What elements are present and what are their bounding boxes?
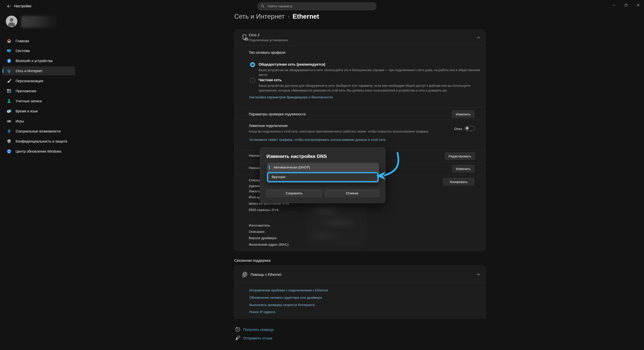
support-link-troubleshoot[interactable]: Исправление проблем с подключением к Eth… (249, 288, 328, 292)
cancel-button[interactable]: Отмена (325, 189, 380, 197)
ip-edit-button[interactable]: Редактировать (445, 152, 475, 160)
avatar[interactable] (6, 16, 17, 27)
radio-private-description: Ваше устройство доступно для обнаружения… (259, 83, 475, 93)
search-icon (261, 4, 265, 8)
sidebar-item-label: Персонализация (16, 79, 43, 83)
data-limit-link[interactable]: Установите лимит трафика, чтобы контроли… (249, 138, 386, 142)
minimize-button[interactable] (609, 1, 619, 9)
selected-indicator (3, 69, 3, 73)
get-help-link[interactable]: Получить помощь (243, 328, 274, 332)
search-box[interactable] (257, 2, 377, 10)
sidebar-item-home[interactable]: Главная (3, 36, 75, 46)
sidebar-item-personalization[interactable]: Персонализация (3, 76, 75, 85)
update-icon (7, 149, 12, 154)
system-icon (7, 48, 12, 53)
back-arrow-icon (7, 4, 11, 9)
breadcrumb: Сеть и Интернет › Ethernet (234, 13, 319, 20)
sidebar-item-windows-update[interactable]: Центр обновления Windows (3, 147, 75, 156)
sidebar-item-system[interactable]: Система (3, 46, 75, 55)
sidebar-item-accounts[interactable]: Учетные записи (3, 97, 75, 106)
dns-edit-button[interactable]: Изменить (452, 165, 474, 172)
support-card-title: Помощь с Ethernet (251, 273, 281, 277)
sidebar-item-network[interactable]: Сеть и Интернет (3, 66, 75, 75)
breadcrumb-parent[interactable]: Сеть и Интернет (234, 13, 285, 20)
ip-assignment-label: Назнач (249, 154, 260, 157)
sidebar-item-label: Система (16, 49, 30, 53)
radio-private-network[interactable] (250, 78, 255, 83)
collapse-chevron-icon[interactable] (476, 273, 480, 277)
sidebar-item-accessibility[interactable]: Специальные возможности (3, 127, 75, 136)
dropdown-option-manual[interactable]: Вручную (267, 172, 379, 182)
apps-icon (7, 89, 12, 94)
sidebar-item-time-language[interactable]: Время и язык (3, 107, 75, 116)
annotation-arrow (374, 149, 402, 182)
support-link-speed-test[interactable]: Выполнить проверку скорости Интернета (249, 303, 315, 307)
sidebar-item-label: Игры (16, 119, 24, 123)
divider (234, 120, 485, 120)
breadcrumb-separator-icon: › (285, 14, 293, 19)
wifi-icon (7, 68, 12, 73)
dropdown-option-automatic[interactable]: Автоматически (DHCP) (268, 164, 378, 171)
support-link-find-ip[interactable]: Поиск IP-адреса (249, 310, 275, 314)
toggle-state-label: Откл. (454, 127, 463, 131)
accessibility-icon (7, 129, 12, 134)
radio-public-network[interactable] (250, 62, 255, 67)
sidebar-item-gaming[interactable]: Игры (3, 117, 75, 126)
sidebar-item-privacy[interactable]: Конфиденциальность и защита (3, 137, 75, 146)
radio-public-label: Общедоступная сеть (рекомендуется) (259, 62, 325, 66)
network-name: Сеть 2 (249, 33, 260, 37)
mac-address-label: Физический адрес (MAC): (249, 243, 289, 246)
avatar-person-icon (10, 18, 13, 22)
close-button[interactable] (633, 1, 643, 9)
sidebar-item-label: Время и язык (16, 109, 38, 113)
page-title: Ethernet (293, 13, 319, 20)
brush-icon (7, 78, 12, 83)
sidebar-item-label: Сеть и Интернет (16, 69, 43, 73)
sidebar-item-label: Центр обновления Windows (16, 149, 61, 153)
sidebar-item-label: Учетные записи (16, 99, 42, 103)
radio-private-label: Частная сеть (259, 78, 281, 82)
search-input[interactable] (267, 4, 364, 8)
firewall-settings-link[interactable]: Настройка параметров брандмауэра и безоп… (249, 95, 333, 99)
get-help-icon: ? (235, 326, 241, 332)
selected-option-accent-bar (269, 165, 270, 169)
send-feedback-icon (235, 335, 241, 341)
auth-edit-button[interactable]: Изменить (452, 110, 474, 118)
profile-type-heading: Тип сетевого профиля (249, 51, 285, 55)
sidebar-item-bluetooth[interactable]: Bluetooth и устройства (3, 56, 75, 65)
divider (234, 283, 485, 283)
restore-button[interactable] (621, 1, 631, 9)
ethernet-adapter-icon (241, 34, 249, 42)
copy-button[interactable]: Копировать (443, 178, 474, 186)
redacted-values (304, 201, 367, 249)
metered-toggle[interactable] (465, 126, 475, 131)
close-icon (636, 4, 640, 7)
sidebar-item-label: Приложения (16, 89, 36, 93)
manufacturer-label: Изготовитель: (249, 224, 271, 227)
support-link-update-adapter[interactable]: Обновление сетевого адаптера или драйвер… (249, 296, 322, 299)
ipv4-address-label: IPv4-ад (249, 195, 261, 199)
home-icon (7, 38, 12, 43)
collapse-chevron-icon[interactable] (476, 36, 480, 40)
dropdown-option-label: Автоматически (DHCP) (273, 165, 310, 169)
metered-connection-description: Когда вы подключены к этой сети, некотор… (249, 129, 429, 134)
local-link-label: Локаль (249, 189, 260, 193)
network-status: Подключение установлено (249, 38, 288, 43)
bluetooth-icon (7, 58, 12, 63)
divider (234, 46, 485, 46)
send-feedback-link[interactable]: Отправить отзыв (243, 336, 272, 340)
metered-connection-label: Лимитное подключение (249, 124, 288, 128)
dns-dialog: Изменить настройки DNS Автоматически (DH… (260, 147, 385, 203)
support-heading: Связанная поддержка (234, 258, 270, 262)
radio-public-description: Ваше устройство не обнаруживается в сети… (259, 68, 482, 78)
sidebar-item-apps[interactable]: Приложения (3, 86, 75, 96)
toggle-knob (466, 127, 469, 130)
description-label: Описание: (249, 230, 265, 234)
dialog-title: Изменить настройки DNS (266, 154, 327, 159)
minimize-icon (612, 4, 616, 7)
restore-icon (624, 4, 628, 7)
back-button[interactable] (6, 3, 12, 10)
web-help-icon (241, 271, 248, 278)
driver-version-label: Версия драйвера: (249, 236, 277, 240)
save-button[interactable]: Сохранить (266, 189, 322, 197)
